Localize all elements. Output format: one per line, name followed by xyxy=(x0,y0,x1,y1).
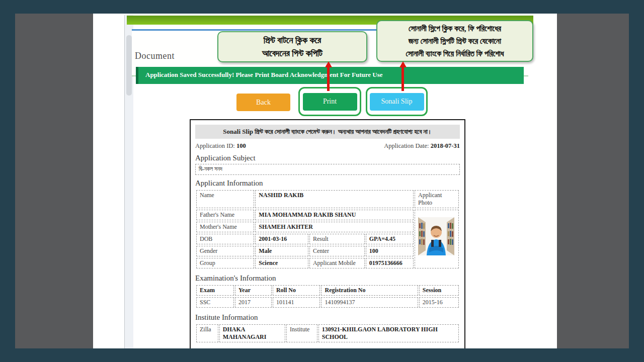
subject-field: দ্বি-নকল সনদ xyxy=(195,164,460,175)
arrow-to-sonali-tip-icon xyxy=(401,67,404,91)
mobile-label: Applicant Mobile xyxy=(309,258,365,268)
payment-heading: Payment Information xyxy=(195,348,460,348)
table-row: Name NASHID RAKIB Applicant Photo xyxy=(196,190,459,208)
sonali-tooltip-line1: সোনালী স্লিপে ক্লিক করে, ফি পরিশোধের xyxy=(377,22,532,35)
sonali-slip-button[interactable]: Sonali Slip xyxy=(370,93,424,111)
table-row: SSC 2017 101141 1410994137 2015-16 xyxy=(196,297,459,308)
id-date-row: Application ID: 100 Application Date: 20… xyxy=(195,142,460,150)
page-title: Document xyxy=(135,51,175,61)
application-id-value: 100 xyxy=(236,142,246,149)
center-value: 100 xyxy=(366,246,414,256)
table-row: Zilla DHAKA MAHANAGARI Institute 130921-… xyxy=(196,324,459,342)
mother-value: SHAMEH AKHTER xyxy=(255,222,414,232)
zilla-label: Zilla xyxy=(196,324,218,342)
sonali-tooltip-line2: জন্য সোনালী স্লিপটি প্রিন্ট করে যেকোনো xyxy=(377,35,532,47)
arrow-to-print-tip-icon xyxy=(327,67,330,91)
dob-value: 2001-03-16 xyxy=(255,234,308,244)
result-value: GPA=4.45 xyxy=(366,234,414,244)
left-gray-panel xyxy=(15,14,93,348)
table-row: Father's Name MIA MOHAMMAD RAKIB SHANU xyxy=(196,210,459,220)
sonali-tooltip: সোনালী স্লিপে ক্লিক করে, ফি পরিশোধের জন্… xyxy=(376,20,533,62)
browser-content: Document Application Saved Successfully!… xyxy=(93,14,557,348)
roll-value: 101141 xyxy=(273,297,320,308)
acknowledgment-document: Sonali Slip প্রিন্ট করে সোনালী ব্যাংকে প… xyxy=(190,119,465,348)
mobile-value: 01975136666 xyxy=(366,258,414,268)
year-col-header: Year xyxy=(235,285,272,296)
exam-col-header: Exam xyxy=(196,285,234,296)
institute-table: Zilla DHAKA MAHANAGARI Institute 130921-… xyxy=(195,323,460,344)
exam-heading: Examination's Information xyxy=(195,274,460,283)
institute-label: Institute xyxy=(286,324,317,342)
scrollbar-thumb[interactable] xyxy=(126,35,132,96)
registration-col-header: Registration No xyxy=(321,285,418,296)
name-value: NASHID RAKIB xyxy=(255,190,414,208)
applicant-photo-cell xyxy=(415,210,459,268)
year-value: 2017 xyxy=(235,297,272,308)
mother-label: Mother's Name xyxy=(196,222,254,232)
application-date: Application Date: 2018-07-31 xyxy=(384,142,460,150)
right-gray-panel xyxy=(557,14,629,348)
application-date-value: 2018-07-31 xyxy=(431,142,460,149)
father-value: MIA MOHAMMAD RAKIB SHANU xyxy=(255,210,414,220)
session-col-header: Session xyxy=(419,285,459,296)
table-header-row: Exam Year Roll No Registration No Sessio… xyxy=(196,285,459,296)
print-tooltip-line2: আবেদনের পিন্ট কপিটি xyxy=(218,47,366,60)
result-label: Result xyxy=(309,234,365,244)
payment-notice: Sonali Slip প্রিন্ট করে সোনালী ব্যাংকে প… xyxy=(195,125,460,139)
applicant-photo xyxy=(418,217,454,257)
print-button[interactable]: Print xyxy=(303,93,357,111)
success-alert: Application Saved Successfully! Please P… xyxy=(136,67,524,84)
sonali-tooltip-line3: সোনালী ব্যাংকে গিয়ে নির্ধারিত ফি পরিশোধ xyxy=(377,47,532,60)
back-button[interactable]: Back xyxy=(236,94,290,111)
sonali-highlight-outline: Sonali Slip xyxy=(366,87,428,116)
print-highlight-outline: Print xyxy=(298,87,361,116)
group-value: Science xyxy=(255,258,308,268)
application-id-label: Application ID: xyxy=(195,142,235,149)
print-tooltip: প্রিন্ট বাটনে ক্লিক করে আবেদনের পিন্ট কপ… xyxy=(217,31,367,62)
institute-heading: Institute Information xyxy=(195,313,460,322)
applicant-heading: Applicant Information xyxy=(195,179,460,188)
dob-label: DOB xyxy=(196,234,254,244)
photo-header: Applicant Photo xyxy=(415,190,459,208)
application-date-label: Application Date: xyxy=(384,142,429,149)
gender-label: Gender xyxy=(196,246,254,256)
applicant-photo-image xyxy=(418,217,454,255)
name-label: Name xyxy=(196,190,254,208)
session-value: 2015-16 xyxy=(419,297,459,308)
exam-table: Exam Year Roll No Registration No Sessio… xyxy=(195,284,460,309)
father-label: Father's Name xyxy=(196,210,254,220)
center-label: Center xyxy=(309,246,365,256)
application-id: Application ID: 100 xyxy=(195,142,246,150)
applicant-table: Name NASHID RAKIB Applicant Photo Father… xyxy=(195,189,460,270)
gender-value: Male xyxy=(255,246,308,256)
exam-value: SSC xyxy=(196,297,234,308)
group-label: Group xyxy=(196,258,254,268)
institute-value: 130921-KHILGAON LABORATORY HIGH SCHOOL xyxy=(318,324,459,342)
roll-col-header: Roll No xyxy=(273,285,320,296)
zilla-value: DHAKA MAHANAGARI xyxy=(219,324,285,342)
subject-heading: Application Subject xyxy=(195,154,460,162)
print-tooltip-line1: প্রিন্ট বাটনে ক্লিক করে xyxy=(218,34,366,47)
registration-value: 1410994137 xyxy=(321,297,418,308)
